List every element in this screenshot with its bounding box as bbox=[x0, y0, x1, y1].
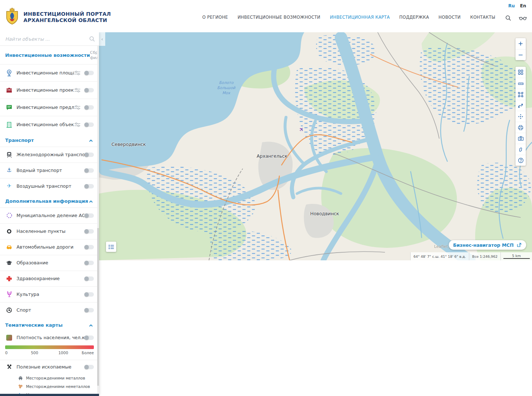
layer-toggle[interactable] bbox=[84, 292, 94, 297]
sublayer-metal-deposits[interactable]: Месторождениями металлов bbox=[0, 374, 99, 382]
layer-label: Инвестиционные площадки bbox=[16, 70, 74, 76]
layer-toggle[interactable] bbox=[84, 308, 94, 312]
layer-row-rail-transport[interactable]: Железнодорожный транспорт bbox=[0, 147, 99, 162]
layer-row-roads[interactable]: Автомобильные дороги bbox=[0, 239, 99, 255]
layer-label: Инвестиционные объекты bbox=[16, 122, 74, 127]
layer-toggle[interactable] bbox=[84, 71, 94, 75]
layer-label: Инвестиционные предложения bbox=[16, 104, 74, 110]
layer-row-investment-objects[interactable]: Инвестиционные объекты bbox=[0, 116, 99, 133]
ruler-button[interactable] bbox=[516, 78, 526, 89]
filter-sliders-icon[interactable] bbox=[74, 70, 81, 76]
section-title: Транспорт bbox=[5, 138, 34, 143]
print-button[interactable] bbox=[516, 122, 526, 133]
layer-row-culture[interactable]: Культура bbox=[0, 286, 99, 302]
legend-tick: 0 bbox=[5, 351, 8, 355]
layer-row-water-transport[interactable]: ⚓ Водный транспорт bbox=[0, 162, 99, 178]
nonmetal-deposit-icon bbox=[18, 384, 23, 389]
layer-toggle[interactable] bbox=[84, 105, 94, 110]
scale-bar-line bbox=[503, 258, 530, 259]
accessibility-glasses-icon[interactable] bbox=[519, 14, 527, 22]
layer-toggle[interactable] bbox=[84, 276, 94, 281]
layer-toggle[interactable] bbox=[84, 213, 94, 218]
layer-row-minerals[interactable]: Полезные ископаемые bbox=[0, 360, 99, 374]
pan-button[interactable] bbox=[516, 111, 526, 122]
layer-row-settlements[interactable]: Населенные пункты bbox=[0, 223, 99, 239]
filter-sliders-icon[interactable] bbox=[74, 104, 81, 110]
nav-support[interactable]: ПОДДЕРЖКА bbox=[399, 15, 429, 20]
anchor-icon: ⚓ bbox=[5, 167, 13, 174]
filter-sliders-icon[interactable] bbox=[74, 87, 81, 93]
main-nav: О РЕГИОНЕ ИНВЕСТИЦИОННЫЕ ВОЗМОЖНОСТИ ИНВ… bbox=[202, 15, 495, 20]
nav-investment-map[interactable]: ИНВЕСТИЦИОННАЯ КАРТА bbox=[330, 15, 390, 20]
city-label-novodvinsk: Новодвинск bbox=[310, 211, 339, 216]
zoom-out-button[interactable] bbox=[516, 49, 526, 60]
layer-toggle[interactable] bbox=[84, 365, 94, 369]
share-link-button[interactable] bbox=[516, 144, 526, 155]
help-button[interactable] bbox=[516, 155, 526, 166]
sublayer-label: Месторождениями металлов bbox=[26, 376, 85, 380]
zoom-controls bbox=[516, 38, 526, 60]
sidebar-collapse-button[interactable]: ‹ bbox=[99, 32, 105, 46]
layer-toggle[interactable] bbox=[84, 153, 94, 157]
layer-row-investment-sites[interactable]: Инвестиционные площадки bbox=[0, 64, 99, 81]
section-investment-opportunities: Инвестиционные возможности Сбросить филь… bbox=[0, 46, 99, 64]
coat-of-arms-logo bbox=[5, 7, 19, 27]
camera-button[interactable] bbox=[516, 133, 526, 144]
layer-label: Муниципальное деление АО bbox=[16, 213, 84, 218]
nav-news[interactable]: НОВОСТИ bbox=[439, 15, 461, 20]
layer-toggle[interactable] bbox=[84, 229, 94, 234]
layer-row-education[interactable]: Образование bbox=[0, 255, 99, 271]
layer-toggle[interactable] bbox=[84, 336, 94, 340]
chevron-up-icon[interactable] bbox=[89, 138, 94, 143]
layer-label: Водный транспорт bbox=[16, 168, 84, 173]
sidebar-scrollbar[interactable] bbox=[97, 46, 99, 396]
layer-row-sport[interactable]: Спорт bbox=[0, 302, 99, 318]
polygon-select-button[interactable] bbox=[516, 89, 526, 100]
chevron-up-icon[interactable] bbox=[89, 198, 94, 203]
layer-toggle[interactable] bbox=[84, 245, 94, 249]
nav-contacts[interactable]: КОНТАКТЫ bbox=[470, 15, 496, 20]
settlement-ring-icon bbox=[5, 228, 13, 235]
city-label-arkhangelsk: Архангельск bbox=[257, 153, 287, 159]
lang-en[interactable]: En bbox=[520, 3, 526, 8]
layer-row-healthcare[interactable]: Здравоохранение bbox=[0, 271, 99, 286]
layers-grid-button[interactable] bbox=[516, 67, 526, 78]
sublayer-label: Месторождениями неметаллов bbox=[26, 384, 90, 389]
layer-row-investment-projects[interactable]: Инвестиционные проекты bbox=[0, 81, 99, 99]
layer-toggle[interactable] bbox=[84, 261, 94, 265]
layer-toggle[interactable] bbox=[84, 184, 94, 188]
map-statusbar: 64° 48' 7" с.ш. 41° 18' 6" в.д. Все 1:24… bbox=[410, 252, 532, 260]
map-scale-ratio[interactable]: Все 1:246,962 bbox=[469, 252, 500, 260]
section-transport: Транспорт bbox=[0, 133, 99, 147]
chevron-up-icon[interactable] bbox=[89, 322, 94, 327]
lang-ru[interactable]: Ru bbox=[508, 3, 515, 8]
search-input[interactable] bbox=[0, 32, 99, 45]
business-navigator-button[interactable]: Бизнес-навигатор МСП bbox=[449, 240, 526, 250]
metal-deposit-icon bbox=[18, 375, 23, 381]
map-canvas[interactable]: ‹ Северодвинск Архангельск Новодвинск Бо… bbox=[99, 32, 532, 260]
map-legend-button[interactable] bbox=[106, 242, 116, 252]
route-button[interactable] bbox=[516, 100, 526, 111]
language-switcher: Ru En bbox=[505, 3, 526, 8]
layers-sidebar: Инвестиционные возможности Сбросить филь… bbox=[0, 32, 99, 396]
legend-tick: Более bbox=[82, 351, 94, 355]
nav-about-region[interactable]: О РЕГИОНЕ bbox=[202, 15, 228, 20]
nav-investment-opportunities[interactable]: ИНВЕСТИЦИОННЫЕ ВОЗМОЖНОСТИ bbox=[238, 15, 320, 20]
zoom-in-button[interactable] bbox=[516, 38, 526, 49]
layer-toggle[interactable] bbox=[84, 122, 94, 127]
search-icon[interactable] bbox=[89, 36, 95, 42]
scale-bar: 5 km bbox=[500, 252, 532, 260]
sublayer-nonmetal-deposits[interactable]: Месторождениями неметаллов bbox=[0, 382, 99, 391]
briefcase-icon bbox=[5, 87, 13, 94]
layer-row-investment-offers[interactable]: Инвестиционные предложения bbox=[0, 99, 99, 116]
layer-row-air-transport[interactable]: ✈ Воздушный транспорт bbox=[0, 178, 99, 194]
filter-sliders-icon[interactable] bbox=[74, 122, 81, 128]
layer-row-population-density[interactable]: Плотность населения, чел.км2 bbox=[0, 331, 99, 344]
search-icon[interactable] bbox=[504, 14, 512, 22]
layer-row-municipal-division[interactable]: Муниципальное деление АО bbox=[0, 208, 99, 223]
external-link-icon bbox=[517, 242, 522, 247]
layer-label: Инвестиционные проекты bbox=[16, 87, 74, 93]
business-navigator-label: Бизнес-навигатор МСП bbox=[453, 242, 514, 248]
layer-toggle[interactable] bbox=[84, 88, 94, 92]
layer-toggle[interactable] bbox=[84, 168, 94, 173]
